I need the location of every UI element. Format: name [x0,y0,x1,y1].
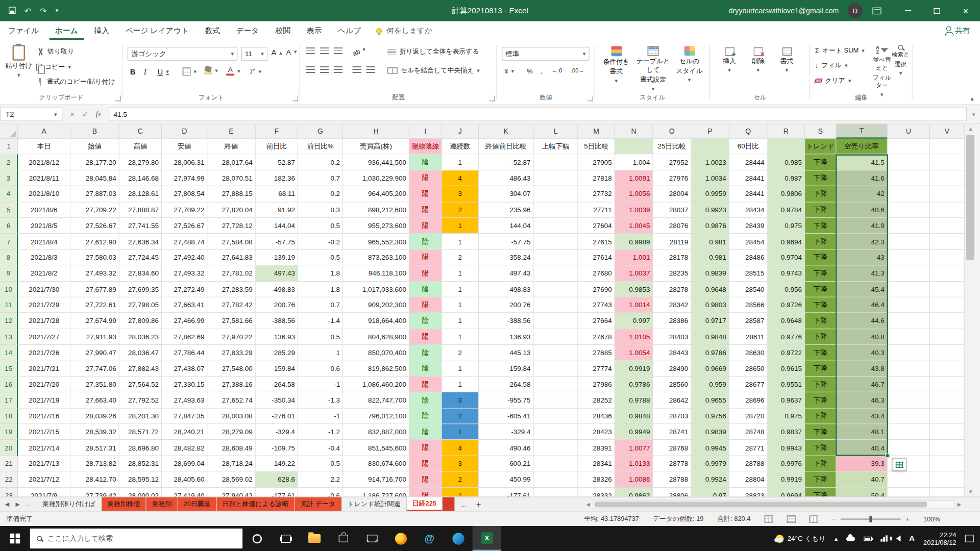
cell-P11[interactable]: 0.9803 [691,297,729,313]
cell-O17[interactable]: 28642 [653,392,692,408]
horizontal-scroll-thumb[interactable] [595,502,927,507]
cell-L18[interactable] [534,408,578,424]
cell-J8[interactable]: 2 [442,249,479,265]
row-header-22[interactable]: 22 [0,472,18,488]
cell-I22[interactable]: 陽 [409,472,442,488]
cell-N2[interactable]: 1.004 [615,155,653,170]
sheet-tab-日別と株価による診断[interactable]: 日別と株価による診断 [217,497,295,511]
cell-H2[interactable]: 936,441,500 [343,155,409,170]
cell-V2[interactable] [930,155,964,170]
scroll-left-icon[interactable]: ◀ [586,502,591,507]
cell-B23[interactable]: 27,739.42 [70,488,119,497]
cell-E5[interactable]: 27,820.04 [208,202,256,218]
cell-F3[interactable]: 182.36 [256,170,298,186]
cell-J7[interactable]: 1 [442,234,479,249]
row-header-11[interactable]: 11 [0,297,18,313]
cell-R10[interactable]: 0.956 [768,282,805,297]
cell-N14[interactable]: 1.0054 [615,345,653,361]
cell-J15[interactable]: 1 [442,361,479,377]
column-header-B[interactable]: B [70,123,119,138]
autosum-button[interactable]: Σオート SUM▾ [815,46,865,55]
cell-L6[interactable] [534,218,578,234]
cell-L19[interactable] [534,424,578,440]
cell-P18[interactable]: 0.9756 [691,408,729,424]
fill-color-button[interactable]: ▾ [204,66,218,74]
cell-H15[interactable]: 819,862,500 [343,361,409,377]
cell-T16[interactable]: 46.7 [836,377,887,392]
taskbar-clock[interactable]: 22:24 2021/08/12 [923,531,956,546]
cell-G7[interactable]: -0.2 [298,234,343,249]
align-top-icon[interactable] [306,47,315,54]
cell-B17[interactable]: 27,663.40 [70,392,119,408]
cell-D4[interactable]: 27,808.54 [162,186,207,202]
cell-E6[interactable]: 27,728.12 [208,218,256,234]
row-header-18[interactable]: 18 [0,408,18,424]
cell-V23[interactable] [930,488,964,497]
cell-H13[interactable]: 804,628,900 [343,329,409,345]
cell-K8[interactable]: 358.24 [479,249,534,265]
cell-D14[interactable]: 27,786.44 [162,345,207,361]
cell-M10[interactable]: 27690 [578,282,615,297]
cell-S9[interactable]: 下降 [805,266,836,282]
cell-D19[interactable]: 28,240.21 [162,424,207,440]
cell-V17[interactable] [930,392,964,408]
cell-D16[interactable]: 27,330.15 [162,377,207,392]
cell-N18[interactable]: 0.9848 [615,408,653,424]
horizontal-scrollbar[interactable]: ◀ ▶ [586,500,962,509]
cell-R8[interactable]: 0.9704 [768,249,805,265]
cell-F13[interactable]: 136.93 [256,329,298,345]
cell-M16[interactable]: 27986 [578,377,615,392]
cell-H7[interactable]: 965,552,300 [343,234,409,249]
column-header-C[interactable]: C [119,123,162,138]
cell-R6[interactable]: 0.975 [768,218,805,234]
cell-O14[interactable]: 28443 [653,345,692,361]
cell-K23[interactable]: -177.61 [479,488,534,497]
sheet-tab-業種別[interactable]: 業種別 [146,497,178,511]
cell-M14[interactable]: 27685 [578,345,615,361]
customize-qat-icon[interactable]: ▾ [56,8,59,14]
cell-R13[interactable]: 0.9776 [768,329,805,345]
cell-D2[interactable]: 28,006.31 [162,155,207,170]
cell-N13[interactable]: 1.0105 [615,329,653,345]
cell-N4[interactable]: 1.0056 [615,186,653,202]
cell-J2[interactable]: 1 [442,155,479,170]
cell-O18[interactable]: 28703 [653,408,692,424]
cell-G5[interactable]: 0.3 [298,202,343,218]
cell-J13[interactable]: 1 [442,329,479,345]
zoom-level[interactable]: 100% [923,515,940,523]
cell-N15[interactable]: 0.9919 [615,361,653,377]
cell-V3[interactable] [930,170,964,186]
cell-V14[interactable] [930,345,964,361]
cell-J10[interactable]: 1 [442,282,479,297]
cell-Q22[interactable]: 28804 [729,472,768,488]
cell-C11[interactable]: 27,798.05 [119,297,162,313]
cell-L23[interactable] [534,488,578,497]
column-header-D[interactable]: D [162,123,207,138]
cell-I3[interactable]: 陽 [409,170,442,186]
cell-M15[interactable]: 27774 [578,361,615,377]
mail-button[interactable] [357,526,386,551]
tab-list-more-left[interactable]: … [26,501,32,507]
align-left-icon[interactable] [306,66,315,73]
ruby-button[interactable]: ア▾ [249,67,261,76]
cell-D23[interactable]: 27,419.40 [162,488,207,497]
cell-A4[interactable]: 2021/8/10 [18,186,71,202]
cell-V10[interactable] [930,282,964,297]
page-break-view-icon[interactable] [810,515,818,523]
cell-V11[interactable] [930,297,964,313]
cell-Q11[interactable]: 28566 [729,297,768,313]
cell-L15[interactable] [534,361,578,377]
cell-M9[interactable]: 27680 [578,266,615,282]
fill-button[interactable]: ↓フィル▾ [815,61,848,70]
cell-E15[interactable]: 27,548.00 [208,361,256,377]
undo-icon[interactable]: ↶ [24,6,31,15]
cell-F11[interactable]: 200.76 [256,297,298,313]
cell-L10[interactable] [534,282,578,297]
cell-E1[interactable]: 終値 [208,139,256,155]
column-header-G[interactable]: G [298,123,343,138]
cell-I21[interactable]: 陽 [409,456,442,472]
cell-S2[interactable]: 下降 [805,155,836,170]
cell-I10[interactable]: 陰 [409,282,442,297]
cell-P9[interactable]: 0.9839 [691,266,729,282]
decrease-indent-icon[interactable] [353,66,361,73]
